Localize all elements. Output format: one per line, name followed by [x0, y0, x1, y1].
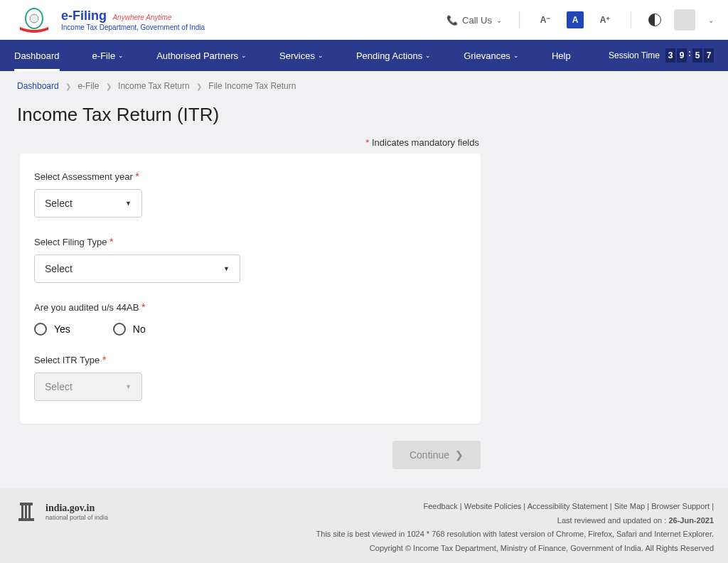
phone-icon: 📞: [446, 15, 458, 26]
top-header: e-Filing Anywhere Anytime Income Tax Dep…: [0, 0, 728, 40]
font-normal-button[interactable]: A: [567, 11, 584, 28]
time-colon: :: [688, 48, 691, 63]
brand: e-Filing Anywhere Anytime Income Tax Dep…: [61, 9, 205, 31]
footer-link-browser[interactable]: Browser Support: [651, 502, 710, 510]
nav-item-services[interactable]: Services⌄: [279, 50, 323, 61]
label-filing-type: Select Filing Type *: [34, 236, 466, 247]
footer: india.gov.in national portal of india Fe…: [0, 488, 728, 563]
page-title: Income Tax Return (ITR): [0, 101, 728, 137]
nav-item-pending-actions[interactable]: Pending Actions⌄: [356, 50, 431, 61]
select-value: Select: [45, 263, 73, 274]
svg-rect-5: [28, 505, 31, 518]
label-itr-type: Select ITR Type *: [34, 354, 466, 365]
time-digit: 7: [704, 48, 714, 63]
label-assessment-year: Select Assessment year *: [34, 171, 466, 182]
time-digit: 3: [665, 48, 675, 63]
label-audit: Are you audited u/s 44AB *: [34, 301, 466, 313]
footer-logo[interactable]: india.gov.in national portal of india: [14, 500, 108, 524]
nav-item-grievances[interactable]: Grievances⌄: [464, 50, 519, 61]
nav-item-efile[interactable]: e-File⌄: [92, 50, 124, 61]
nav-item-dashboard[interactable]: Dashboard: [14, 41, 60, 71]
svg-rect-3: [21, 505, 23, 518]
footer-link-policies[interactable]: Website Policies: [464, 502, 522, 510]
select-filing-type[interactable]: Select ▼: [34, 254, 240, 283]
svg-rect-2: [20, 503, 33, 505]
time-digit: 5: [692, 48, 702, 63]
nav-label: Dashboard: [14, 50, 60, 61]
continue-wrap: Continue ❯: [20, 441, 481, 469]
font-increase-button[interactable]: A⁺: [596, 11, 614, 28]
select-assessment-year[interactable]: Select ▼: [34, 189, 142, 218]
brand-title: e-Filing: [61, 9, 107, 23]
form-card: Select Assessment year * Select ▼ Select…: [20, 154, 481, 424]
radio-label: No: [133, 323, 146, 335]
svg-point-1: [30, 14, 38, 23]
footer-link-feedback[interactable]: Feedback: [423, 502, 457, 510]
brand-tag: Anywhere Anytime: [112, 14, 171, 21]
nav-item-help[interactable]: Help: [552, 50, 571, 61]
brand-sub: Income Tax Department, Government of Ind…: [61, 23, 205, 31]
radio-icon: [34, 323, 47, 336]
chevron-right-icon: ❯: [196, 82, 202, 90]
emblem-logo: [14, 6, 54, 34]
call-us-label: Call Us: [462, 15, 492, 26]
session-label: Session Time: [609, 50, 660, 60]
triangle-down-icon: ▼: [223, 265, 230, 272]
triangle-down-icon: ▼: [125, 383, 132, 390]
chevron-down-icon: ⌄: [318, 52, 323, 59]
footer-link-sitemap[interactable]: Site Map: [614, 502, 645, 510]
breadcrumb-file-itr: File Income Tax Return: [208, 81, 296, 91]
top-right: 📞 Call Us ⌄ A⁻ A A⁺ ⌄: [446, 9, 714, 31]
chevron-right-icon: ❯: [455, 449, 464, 461]
breadcrumb-dashboard[interactable]: Dashboard: [17, 81, 59, 91]
footer-gov-title: india.gov.in: [46, 503, 108, 514]
chevron-down-icon: ⌄: [496, 16, 502, 24]
svg-rect-6: [18, 518, 34, 521]
contrast-toggle[interactable]: [648, 14, 661, 26]
footer-links: Feedback | Website Policies | Accessibil…: [316, 500, 714, 514]
footer-copyright: Copyright © Income Tax Department, Minis…: [316, 542, 714, 556]
radio-no[interactable]: No: [113, 323, 146, 336]
select-itr-type: Select ▼: [34, 372, 142, 401]
select-value: Select: [45, 198, 73, 209]
divider: [519, 11, 520, 28]
select-value: Select: [45, 381, 73, 392]
footer-link-accessibility[interactable]: Accessibility Statement: [528, 502, 608, 510]
svg-rect-4: [25, 505, 27, 518]
mandatory-note: * Indicates mandatory fields: [0, 137, 728, 154]
nav-label: Services: [279, 50, 315, 61]
nav-label: Help: [552, 50, 571, 61]
divider: [631, 11, 631, 28]
chevron-down-icon: ⌄: [241, 52, 247, 59]
chevron-down-icon: ⌄: [118, 52, 124, 59]
radio-icon: [113, 323, 126, 336]
radio-yes[interactable]: Yes: [34, 323, 70, 336]
nav-label: e-File: [92, 50, 116, 61]
nav-label: Grievances: [464, 50, 510, 61]
chevron-down-icon: ⌄: [513, 52, 519, 59]
logo-area: e-Filing Anywhere Anytime Income Tax Dep…: [14, 6, 205, 34]
india-gov-icon: [14, 500, 38, 524]
nav-left: Dashboard e-File⌄ Authorised Partners⌄ S…: [14, 41, 571, 71]
font-decrease-button[interactable]: A⁻: [537, 11, 554, 28]
avatar[interactable]: [674, 9, 695, 31]
breadcrumb: Dashboard ❯ e-File ❯ Income Tax Return ❯…: [0, 71, 728, 101]
footer-updated: Last reviewed and updated on : 26-Jun-20…: [316, 514, 714, 528]
chevron-right-icon: ❯: [65, 82, 71, 90]
session-time: Session Time 3 9 : 5 7: [609, 48, 714, 63]
navbar: Dashboard e-File⌄ Authorised Partners⌄ S…: [0, 40, 728, 71]
continue-button[interactable]: Continue ❯: [392, 441, 481, 469]
breadcrumb-itr: Income Tax Return: [118, 81, 190, 91]
time-digit: 9: [677, 48, 687, 63]
nav-item-authorised-partners[interactable]: Authorised Partners⌄: [156, 50, 247, 61]
triangle-down-icon: ▼: [125, 200, 132, 207]
chevron-down-icon[interactable]: ⌄: [708, 16, 714, 24]
call-us-button[interactable]: 📞 Call Us ⌄: [446, 15, 502, 26]
nav-label: Pending Actions: [356, 50, 422, 61]
radio-label: Yes: [54, 323, 70, 335]
chevron-right-icon: ❯: [106, 82, 112, 90]
continue-label: Continue: [410, 449, 449, 461]
footer-gov-sub: national portal of india: [46, 514, 108, 521]
breadcrumb-efile: e-File: [77, 81, 99, 91]
nav-label: Authorised Partners: [156, 50, 238, 61]
